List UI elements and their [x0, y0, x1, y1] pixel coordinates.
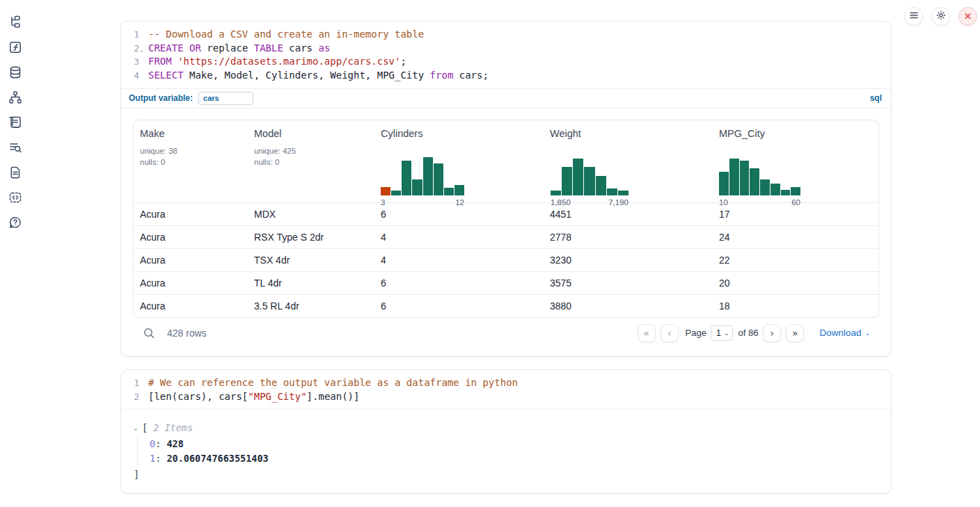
- sql-code-editor[interactable]: 1-- Download a CSV and create an in-memo…: [121, 22, 891, 88]
- output-variable-input[interactable]: [198, 92, 253, 105]
- code-token: TABLE: [254, 42, 283, 54]
- tree-entry: 0: 428: [150, 437, 880, 452]
- code-line[interactable]: 2[len(cars), cars["MPG_City"].mean()]: [121, 390, 891, 404]
- column-name: Model: [254, 128, 374, 139]
- histogram-bar: [791, 187, 800, 195]
- close-bracket: ]: [134, 467, 880, 483]
- code-token: # We can reference the output variable a…: [148, 377, 518, 388]
- code-token: [172, 56, 177, 67]
- histogram-bar: [423, 157, 433, 195]
- logs-icon[interactable]: [8, 140, 22, 154]
- table-cell: Acura: [134, 255, 248, 266]
- sidebar: [0, 0, 31, 507]
- table-body: AcuraMDX6445117AcuraRSX Type S 2dr427782…: [134, 202, 878, 317]
- tree-entry: 1: 20.060747663551403: [150, 451, 880, 467]
- code-line[interactable]: 3FROM 'https://datasets.marimo.app/cars.…: [121, 55, 891, 69]
- code-token: cars;: [453, 70, 489, 81]
- column-stat: unique: 38: [140, 145, 248, 157]
- code-token: from: [430, 70, 454, 81]
- python-code-editor[interactable]: 1# We can reference the output variable …: [121, 370, 891, 409]
- code-line[interactable]: 1# We can reference the output variable …: [121, 376, 891, 390]
- table-cell: 4: [374, 232, 544, 243]
- table-cell: 4: [374, 255, 544, 266]
- code-line[interactable]: 4SELECT Make, Model, Cylinders, Weight, …: [121, 69, 891, 83]
- column-histogram[interactable]: [719, 157, 800, 195]
- table-row[interactable]: AcuraTL 4dr6357520: [134, 271, 878, 294]
- table-cell: RSX Type S 2dr: [248, 232, 374, 243]
- table-cell: 17: [713, 209, 878, 220]
- documentation-icon[interactable]: [8, 166, 22, 179]
- first-page-button[interactable]: «: [638, 324, 656, 342]
- column-header[interactable]: Modelunique: 425nulls: 0: [248, 128, 374, 207]
- variables-icon[interactable]: [8, 40, 22, 54]
- open-bracket: [: [142, 421, 148, 436]
- row-count: 428 rows: [167, 328, 207, 339]
- column-name: Weight: [550, 128, 713, 139]
- table-cell: 6: [374, 209, 544, 220]
- language-label: sql: [870, 93, 882, 103]
- last-page-icon: »: [792, 328, 798, 339]
- axis-max-label: 12: [455, 198, 464, 207]
- histogram-bar: [584, 167, 594, 195]
- histogram-bar: [551, 191, 561, 195]
- column-header[interactable]: Weight1,8507,190: [544, 128, 713, 207]
- shutdown-button[interactable]: ✕: [958, 7, 977, 26]
- table-cell: Acura: [134, 232, 248, 243]
- histogram-axis-labels: 312: [381, 198, 464, 207]
- code-token: FROM: [148, 56, 172, 67]
- column-header[interactable]: MPG_City1060: [713, 128, 878, 207]
- table-cell: Acura: [134, 209, 248, 220]
- search-icon[interactable]: [143, 327, 155, 339]
- prev-page-button[interactable]: ‹: [661, 324, 679, 342]
- histogram-bar: [781, 190, 791, 195]
- axis-min-label: 3: [381, 198, 385, 207]
- code-token: Make, Model, Cylinders, Weight, MPG_City: [184, 70, 430, 81]
- histogram-bar: [750, 168, 759, 195]
- code-line[interactable]: 2⌄CREATE OR replace TABLE cars as: [121, 42, 891, 56]
- histogram-bar: [607, 188, 617, 195]
- tree-collapse-icon[interactable]: ⌄: [134, 421, 142, 436]
- histogram-bar: [391, 191, 401, 195]
- chevron-down-icon: ⌄: [724, 330, 729, 337]
- help-chat-icon[interactable]: [8, 216, 22, 230]
- table-row[interactable]: Acura3.5 RL 4dr6388018: [134, 294, 878, 317]
- column-stat: nulls: 0: [140, 156, 248, 168]
- axis-max-label: 60: [791, 198, 800, 207]
- code-token: cars: [283, 42, 319, 54]
- page-select[interactable]: 1 ⌄: [711, 325, 734, 341]
- table-row[interactable]: AcuraTSX 4dr4323022: [134, 248, 878, 271]
- line-number: 2: [121, 42, 139, 56]
- gear-icon: [936, 10, 946, 22]
- snippets-icon[interactable]: [8, 191, 22, 204]
- dependency-graph-icon[interactable]: [8, 90, 22, 104]
- histogram-bar: [618, 191, 629, 195]
- column-header[interactable]: Makeunique: 38nulls: 0: [134, 128, 248, 207]
- column-header[interactable]: Cylinders312: [374, 128, 544, 207]
- datasources-icon[interactable]: [8, 65, 22, 79]
- table-cell: TL 4dr: [248, 277, 374, 289]
- next-page-button[interactable]: ›: [763, 324, 781, 342]
- code-token: OR: [189, 42, 201, 54]
- file-explorer-icon[interactable]: [8, 15, 22, 29]
- menu-button[interactable]: [904, 7, 923, 26]
- scratchpad-icon[interactable]: [8, 115, 22, 129]
- code-token: -- Download a CSV and create an in-memor…: [148, 29, 424, 40]
- line-number: 2: [121, 390, 139, 404]
- last-page-button[interactable]: »: [786, 324, 804, 342]
- tree-entry-separator: :: [155, 438, 166, 449]
- close-icon: ✕: [964, 11, 972, 22]
- table-cell: 6: [374, 300, 544, 312]
- line-number: 1: [121, 28, 139, 42]
- column-histogram[interactable]: [551, 157, 629, 195]
- column-name: MPG_City: [719, 128, 878, 139]
- histogram-bar: [729, 159, 739, 195]
- table-row[interactable]: AcuraRSX Type S 2dr4277824: [134, 225, 878, 248]
- code-line[interactable]: 1-- Download a CSV and create an in-memo…: [121, 28, 891, 42]
- download-button[interactable]: Download ⌄: [819, 328, 870, 338]
- code-token: 'https://datasets.marimo.app/cars.csv': [177, 56, 400, 67]
- column-histogram[interactable]: [381, 157, 464, 195]
- prev-page-icon: ‹: [667, 328, 672, 339]
- table-cell: 24: [713, 232, 878, 243]
- chevron-down-icon: ⌄: [864, 330, 870, 337]
- settings-button[interactable]: [931, 7, 950, 26]
